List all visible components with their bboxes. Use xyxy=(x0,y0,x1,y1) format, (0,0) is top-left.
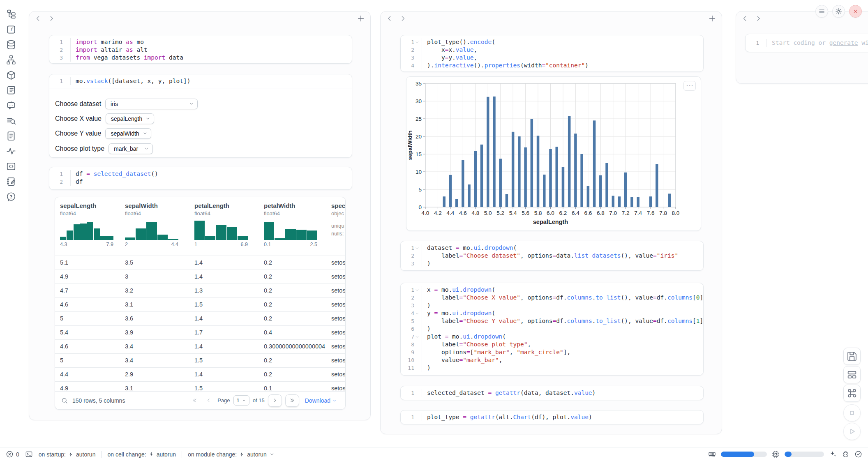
page-number-select[interactable]: 1 xyxy=(233,395,249,406)
empty-cell-editor[interactable]: 1 Start coding or generate with xyxy=(745,34,868,52)
y-value-select[interactable]: sepalWidth xyxy=(105,128,151,139)
settings-button[interactable] xyxy=(832,5,845,18)
sidebar-item-documentation[interactable] xyxy=(6,115,16,126)
line-gutter: 2 xyxy=(401,252,422,260)
table-search-button[interactable] xyxy=(61,397,68,404)
interrupt-button[interactable] xyxy=(843,404,861,422)
lightning-bolt-icon xyxy=(239,452,245,457)
notebook-column-left: 1import marimo as mo2import altair as al… xyxy=(29,11,371,420)
column-back-button[interactable] xyxy=(386,14,394,23)
save-button[interactable] xyxy=(843,348,861,365)
sidebar-item-packages[interactable] xyxy=(6,70,16,81)
line-gutter: 1 xyxy=(49,170,70,178)
assistant-button[interactable] xyxy=(842,450,850,458)
column-header[interactable]: sepalWidthfloat6424.4 xyxy=(125,202,189,217)
x-value-select[interactable]: sepalLength xyxy=(106,113,154,124)
line-gutter: 2 xyxy=(401,46,422,54)
chevron-left-icon xyxy=(206,397,212,403)
sidebar-item-notebook[interactable] xyxy=(6,176,16,187)
cell-fold-chevron-icon[interactable] xyxy=(415,40,420,45)
histogram-bar xyxy=(136,228,146,240)
layout-toggle-button[interactable] xyxy=(843,366,861,383)
divider xyxy=(182,451,182,458)
sidebar-item-scratchpad[interactable] xyxy=(6,161,16,172)
sepal-bar-chart[interactable]: 4.04.24.44.64.85.05.25.45.65.86.06.26.46… xyxy=(406,77,701,230)
column-forward-button[interactable] xyxy=(754,14,762,23)
chart-bar xyxy=(506,194,508,207)
line-number: 1 xyxy=(55,38,63,46)
table-cell: 4.6 xyxy=(60,301,68,308)
dataset-select[interactable]: iris xyxy=(105,99,198,109)
chevron-down-icon xyxy=(242,398,246,403)
plot-type-select[interactable]: mark_bar xyxy=(108,143,153,154)
column-forward-button[interactable] xyxy=(47,14,55,23)
dataset-dropdown-cell[interactable]: 1dataset = mo.ui.dropdown(2 label="Choos… xyxy=(400,241,704,271)
xy-plot-dropdown-cell[interactable]: 1x = mo.ui.dropdown(2 label="Choose X va… xyxy=(400,283,704,376)
connection-status-button[interactable] xyxy=(854,450,862,458)
svg-text:5.0: 5.0 xyxy=(484,210,492,216)
imports-cell[interactable]: 1import marimo as mo2import altair as al… xyxy=(49,35,352,64)
on-cell-change-label: on cell change: xyxy=(107,451,146,458)
last-page-button[interactable] xyxy=(285,394,299,407)
line-number: 4 xyxy=(406,309,414,317)
shutdown-button[interactable] xyxy=(849,5,862,18)
notebook-menu-button[interactable] xyxy=(815,5,828,18)
sidebar-item-help[interactable]: ? xyxy=(6,191,16,202)
terminal-button[interactable] xyxy=(25,450,33,458)
column-forward-button[interactable] xyxy=(399,14,407,23)
column-header[interactable]: sepalLengthfloat644.37.9 xyxy=(60,202,124,217)
column-histogram[interactable] xyxy=(194,219,248,240)
errors-indicator[interactable]: 0 xyxy=(6,450,19,458)
on-startup-autorun-toggle[interactable]: on startup: autorun xyxy=(39,451,96,458)
column-header[interactable]: petalLengthfloat6416.9 xyxy=(194,202,258,217)
column-histogram[interactable] xyxy=(264,219,317,240)
on-module-change-autorun-toggle[interactable]: on module change: autorun xyxy=(188,451,275,458)
column-histogram[interactable] xyxy=(125,219,178,240)
run-all-button[interactable] xyxy=(843,423,861,440)
df-cell[interactable]: 1df = selected_dataset()2df xyxy=(49,167,352,190)
histogram-bar xyxy=(100,236,106,240)
next-page-button[interactable] xyxy=(268,394,282,407)
table-cell: 0.1 xyxy=(264,385,272,392)
cell-fold-chevron-icon[interactable] xyxy=(415,334,420,339)
check-circle-icon xyxy=(854,450,862,458)
previous-page-button[interactable] xyxy=(203,395,214,406)
sidebar-item-file-tree[interactable] xyxy=(6,9,16,20)
on-cell-change-autorun-toggle[interactable]: on cell change: autorun xyxy=(107,451,176,458)
column-header[interactable]: speciobjecuniqunulls: xyxy=(331,202,346,217)
selected-dataset-cell[interactable]: 1selected_dataset = getattr(data, datase… xyxy=(400,386,704,400)
download-button[interactable]: Download xyxy=(302,397,339,404)
add-cell-button[interactable] xyxy=(708,14,717,23)
line-gutter: 3 xyxy=(401,54,422,62)
add-cell-button[interactable] xyxy=(356,14,365,23)
plot-type-cell[interactable]: 1plot_type = getattr(alt.Chart(df), plot… xyxy=(400,410,704,424)
panel-header xyxy=(736,12,868,25)
sidebar-item-functions[interactable]: f xyxy=(6,24,16,35)
column-back-button[interactable] xyxy=(741,14,749,23)
sidebar-item-tracing[interactable] xyxy=(6,146,16,157)
chevron-down-icon xyxy=(145,116,150,121)
chart-bar xyxy=(443,196,446,207)
column-histogram[interactable] xyxy=(60,219,113,240)
sidebar-item-ai-chat[interactable] xyxy=(6,100,16,111)
chart-bar xyxy=(474,151,477,207)
sidebar-item-dependency-graph[interactable] xyxy=(6,55,16,65)
first-page-button[interactable] xyxy=(189,395,200,406)
ai-features-button[interactable] xyxy=(829,450,837,458)
cell-fold-chevron-icon[interactable] xyxy=(415,311,420,316)
keyboard-shortcuts-button[interactable] xyxy=(843,385,861,402)
chart-actions-button[interactable]: ··· xyxy=(683,81,696,91)
sidebar-item-database[interactable] xyxy=(6,39,16,50)
sidebar-item-logs[interactable] xyxy=(6,85,16,96)
vstack-cell[interactable]: 1mo.vstack([dataset, x, y, plot])Choose … xyxy=(49,74,352,158)
generate-with-ai-link[interactable]: generate xyxy=(829,39,858,46)
chart-bar xyxy=(580,154,583,207)
column-header[interactable]: petalWidthfloat640.12.5 xyxy=(264,202,328,217)
cell-fold-chevron-icon[interactable] xyxy=(415,246,420,251)
lightning-bolt-icon xyxy=(149,452,154,457)
column-back-button[interactable] xyxy=(34,14,42,23)
plot-encode-cell[interactable]: 1plot_type().encode(2 x=x.value,3 y=y.va… xyxy=(400,35,704,72)
cell-fold-chevron-icon[interactable] xyxy=(415,288,420,293)
sidebar-item-snippets[interactable] xyxy=(6,131,16,141)
table-cell: 1.4 xyxy=(194,371,203,378)
